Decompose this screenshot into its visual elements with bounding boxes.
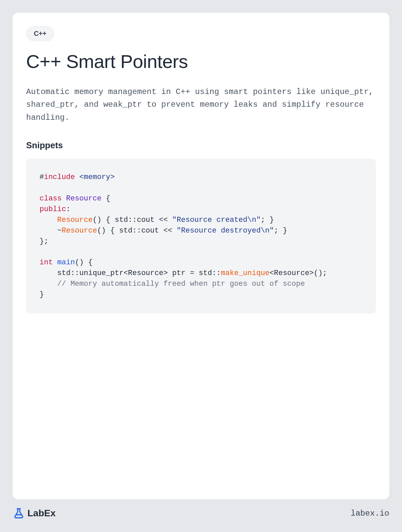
page-title: C++ Smart Pointers xyxy=(26,51,376,72)
code-snippet: #include <memory> class Resource { publi… xyxy=(26,159,376,314)
content-card: C++ C++ Smart Pointers Automatic memory … xyxy=(13,13,389,499)
brand-name: LabEx xyxy=(27,508,56,519)
language-tag: C++ xyxy=(26,26,54,41)
brand-logo: LabEx xyxy=(13,507,56,519)
page-footer: LabEx labex.io xyxy=(13,499,389,519)
description-text: Automatic memory management in C++ using… xyxy=(26,86,376,124)
flask-icon xyxy=(13,507,25,519)
footer-url: labex.io xyxy=(351,509,389,518)
snippets-heading: Snippets xyxy=(26,140,376,151)
